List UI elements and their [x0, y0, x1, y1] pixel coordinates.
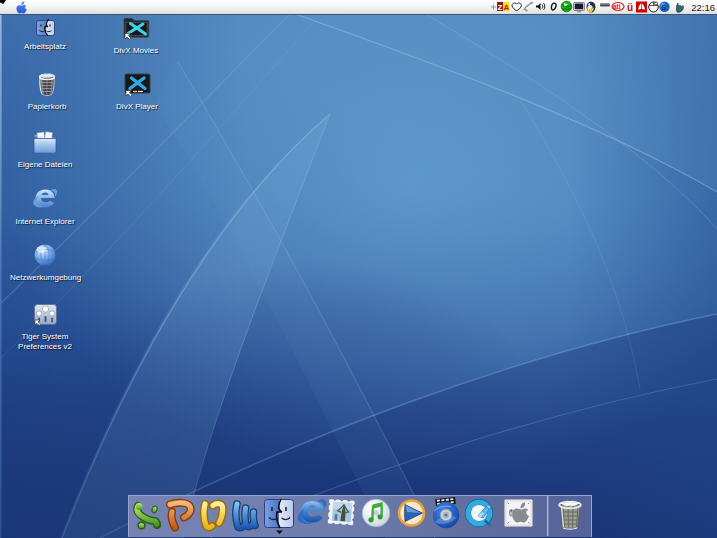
svg-text:A: A: [504, 3, 510, 12]
svg-text:S: S: [662, 4, 667, 11]
svg-text:ü: ü: [627, 2, 633, 13]
svg-text:Z: Z: [498, 3, 503, 12]
svg-text:ati: ati: [613, 3, 621, 10]
